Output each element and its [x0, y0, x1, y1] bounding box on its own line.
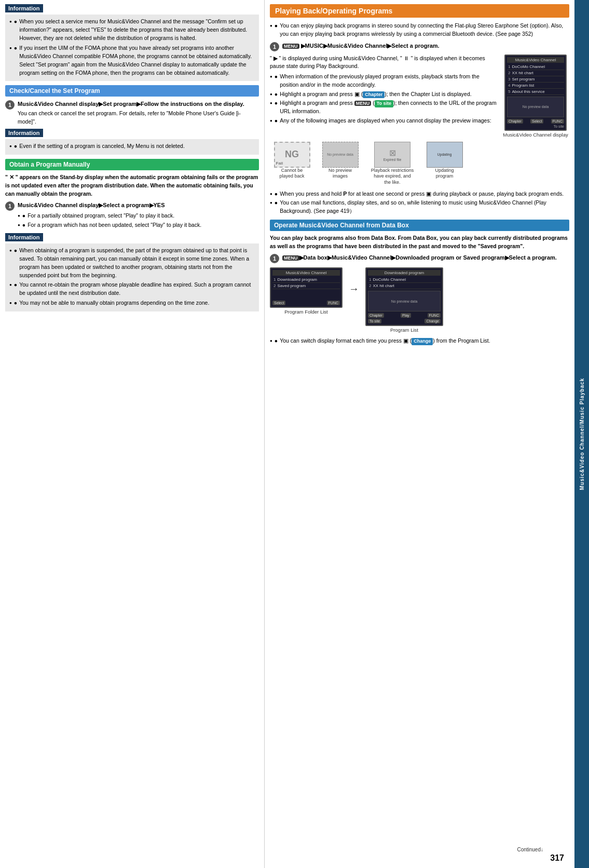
info-label-1: Information: [5, 4, 43, 12]
folder-spacer: [272, 289, 340, 300]
obtain-bullet-1: ● For a partially obtained program, sele…: [18, 212, 259, 220]
program-screen-title: Downloaded program: [368, 270, 441, 276]
screen-desc-row: " ▶ " is displayed during using Music&Vi…: [270, 55, 569, 138]
program-caption: Program List: [390, 327, 418, 333]
expired-label: Expired file: [383, 158, 402, 161]
preview-item-expired: ⊠ Expired file Playback restrictionshave…: [366, 142, 418, 186]
expired-icon-box: ⊠ Expired file: [374, 142, 410, 168]
page-number: 317: [550, 853, 564, 863]
check-step-content: Music&Video Channel display▶Set program▶…: [18, 100, 259, 126]
playing-step-number-1: 1: [270, 42, 279, 51]
operate-heading: Operate Music&Video Channel from Data Bo…: [270, 220, 569, 231]
operate-step-text-1: MENU▶Data box▶Music&Video Channel▶Downlo…: [282, 253, 569, 262]
preview-item-ng: NG Fail Cannot beplayed back: [270, 142, 314, 180]
ng-caption: Cannot beplayed back: [279, 168, 304, 180]
operate-step-content-1: MENU▶Data box▶Music&Video Channel▶Downlo…: [282, 253, 569, 262]
tosite-badge: To site: [375, 100, 393, 107]
folder-select-btn: Select: [272, 301, 285, 305]
prog-tosite-btn: To site: [368, 319, 381, 323]
folder-caption: Program Folder List: [284, 309, 327, 315]
program-screen-container: Downloaded program 1DoCoMo Channel 2XX h…: [365, 267, 443, 333]
screen-caption: Music&Video Channel display: [503, 132, 568, 138]
screen-item-2: 2XX hit chart: [507, 70, 564, 76]
preview-images-row: NG Fail Cannot beplayed back No preview …: [270, 142, 569, 186]
info-label-2: Information: [5, 129, 43, 137]
preview-item-noprev: No preview data No previewimages: [318, 142, 362, 180]
folder-screen-container: Music&Video Channel 1Downloaded program …: [270, 267, 343, 315]
screen-item-5: 5About this service: [507, 89, 564, 95]
step1-bullet-2: ● Highlight a program and press ▣ (Chapt…: [270, 90, 497, 99]
updating-text: Updating: [437, 153, 451, 156]
switch-bullet: ● You can switch display format each tim…: [270, 337, 569, 345]
obtain-step-content: Music&Video Channel display▶Select a pro…: [18, 201, 259, 230]
playing-heading: Playing Back/Operating Programs: [270, 4, 569, 18]
info-box-3: Information ● When obtaining of a progra…: [5, 233, 259, 311]
info-box-1: Information ● When you select a service …: [5, 4, 259, 81]
menu-key-1: MENU: [282, 44, 299, 49]
no-preview-icon-box: No preview data: [322, 142, 359, 168]
more-bullet-1: ● When you press and hold P for at least…: [270, 190, 569, 198]
ng-icon-box: NG Fail: [274, 142, 310, 168]
program-screen-bottom-row: To site Change: [368, 319, 441, 323]
updating-icon-box: Updating: [427, 142, 463, 168]
preview-item-updating: Updating Updatingprogram: [422, 142, 467, 180]
step1-bullet-3: ● Highlight a program and press MENU (To…: [270, 99, 497, 116]
continued-label: Continued↓: [517, 847, 543, 852]
info-item-3-3: ● You may not be able to manually obtain…: [9, 299, 255, 307]
prog-func-btn: FUNC: [428, 313, 441, 318]
folder-item-2: 2Saved program: [272, 283, 340, 289]
program-preview-text: No preview data: [391, 300, 418, 303]
left-column: Information ● When you select a service …: [0, 0, 265, 868]
expired-caption: Playback restrictionshave expired, andth…: [371, 168, 414, 186]
program-item-2: 2XX hit chart: [368, 283, 441, 289]
operate-step-number-1: 1: [270, 254, 279, 263]
bottom-screens: Music&Video Channel 1Downloaded program …: [270, 267, 569, 333]
screen-item-1: 1DoCoMo Channel: [507, 64, 564, 70]
operate-step-1: 1 MENU▶Data box▶Music&Video Channel▶Down…: [270, 253, 569, 263]
screen-preview-text: No preview data: [523, 105, 549, 108]
obtain-heading: Obtain a Program Manually: [5, 159, 259, 170]
updating-caption: Updatingprogram: [435, 168, 454, 180]
func-btn: FUNC: [551, 119, 564, 124]
folder-func-btn: FUNC: [327, 301, 340, 305]
playing-intro-bullet: ● You can enjoy playing back programs in…: [270, 22, 569, 38]
program-screen-buttons: Chapter Play FUNC: [368, 313, 441, 318]
step-number-check: 1: [5, 100, 15, 110]
ng-fail-label: Fail: [276, 161, 283, 166]
screen-item-4: 4Program list: [507, 83, 564, 89]
screen-preview: No preview data: [507, 97, 564, 117]
phone-screen-container: Music&Video Channel 1DoCoMo Channel 2XX …: [502, 55, 569, 138]
prog-chapter-btn: Chapter: [368, 313, 384, 318]
info-item-2-1: ● Even if the setting of a program is ca…: [9, 142, 255, 151]
side-tab: Music&Video Channel/Music Playback: [574, 0, 589, 868]
folder-screen-buttons: Select FUNC: [272, 301, 340, 305]
phone-screen: Music&Video Channel 1DoCoMo Channel 2XX …: [504, 55, 567, 131]
obtain-intro: " ✕ " appears on the Stand-by display wh…: [5, 173, 259, 198]
change-badge: Change: [412, 338, 433, 345]
info-content-1: ● When you select a service menu for Mus…: [5, 15, 259, 81]
program-screen-preview: No preview data: [368, 291, 441, 311]
info-box-2: Information ● Even if the setting of a p…: [5, 129, 259, 155]
check-heading: Check/Cancel the Set Program: [5, 85, 259, 97]
folder-screen-title: Music&Video Channel: [272, 270, 340, 276]
check-step-text: Music&Video Channel display▶Set program▶…: [18, 100, 259, 108]
prog-change-btn: Change: [424, 319, 441, 323]
obtain-step-text: Music&Video Channel display▶Select a pro…: [18, 201, 259, 210]
info-item-3-2: ● You cannot re-obtain the program whose…: [9, 281, 255, 297]
program-item-1: 1DoCoMo Channel: [368, 277, 441, 283]
ng-text: NG: [285, 149, 299, 160]
program-screen: Downloaded program 1DoCoMo Channel 2XX h…: [365, 267, 443, 326]
info-label-3: Information: [5, 233, 43, 241]
menu-key-2: MENU: [354, 101, 372, 106]
no-preview-text: No preview data: [327, 153, 353, 156]
to-site-row: To site: [507, 125, 564, 128]
info-item-1-1: ● When you select a service menu for Mus…: [9, 18, 255, 42]
step1-quote: " ▶ " is displayed during using Music&Vi…: [270, 55, 497, 71]
info-content-3: ● When obtaining of a program is suspend…: [5, 243, 259, 311]
expired-icon: ⊠: [389, 148, 396, 158]
screen-buttons: Chapter Select FUNC: [507, 119, 564, 124]
arrow-right: →: [347, 267, 361, 310]
more-bullet-2: ● You can use mail functions, display si…: [270, 199, 569, 215]
playing-step-text-1: MENU ▶MUSIC▶Music&Video Channel▶Select a…: [282, 42, 569, 50]
obtain-step-1: 1 Music&Video Channel display▶Select a p…: [5, 201, 259, 230]
